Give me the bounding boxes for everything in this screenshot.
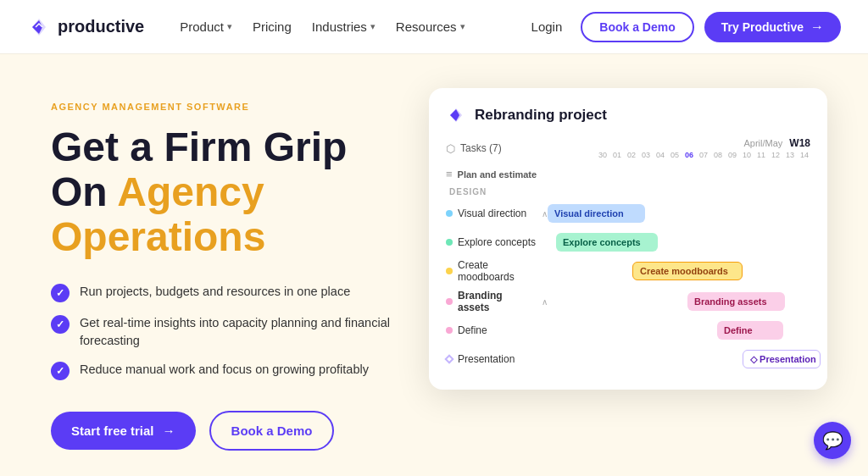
hero-title-line3: Operations: [51, 215, 407, 260]
feature-item-2: ✓ Get real-time insights into capacity p…: [51, 314, 407, 349]
check-icon-3: ✓: [51, 362, 70, 380]
nav-right: Login Book a Demo Try Productive →: [523, 12, 841, 42]
timeline-branding-assets: Branding assets: [548, 290, 810, 313]
timeline-presentation: ◇ Presentation: [548, 347, 810, 371]
gantt-card: Rebranding project ⬡ Tasks (7) April/May…: [429, 88, 827, 390]
chevron-branding: ∧: [542, 297, 548, 307]
login-link[interactable]: Login: [523, 14, 571, 39]
gantt-header: Rebranding project: [446, 105, 810, 125]
hero-title-line1: Get a Firm Grip: [51, 125, 407, 170]
plan-label: ≡ Plan and estimate: [446, 168, 810, 180]
hero-section: AGENCY MANAGEMENT SOFTWARE Get a Firm Gr…: [0, 54, 868, 476]
dot-define: [446, 327, 453, 334]
chevron-down-icon-2: ▾: [370, 21, 376, 32]
gantt-logo-icon: [446, 105, 466, 125]
start-free-trial-button[interactable]: Start free trial →: [51, 412, 196, 450]
try-productive-button[interactable]: Try Productive →: [704, 12, 841, 42]
gantt-title: Rebranding project: [475, 107, 607, 124]
gantt-row-branding-header: Branding assets ∧ Branding assets: [446, 290, 810, 313]
hero-buttons: Start free trial → Book a Demo: [51, 411, 407, 451]
logo-icon: [27, 15, 51, 39]
gantt-row-moodboards: Create moodboards Create moodboards: [446, 259, 810, 283]
row-label-visual: Visual direction ∧: [446, 208, 548, 219]
logo[interactable]: productive: [27, 15, 144, 39]
check-icon-2: ✓: [51, 315, 70, 334]
timeline-moodboards: Create moodboards: [548, 259, 810, 283]
timeline-visual: Visual direction: [548, 202, 810, 225]
gantt-row-visual: Visual direction ∧ Visual direction: [446, 202, 810, 225]
nav-links: Product ▾ Pricing Industries ▾ Resources…: [171, 14, 473, 39]
row-label-branding: Branding assets ∧: [446, 290, 548, 313]
gantt-row-presentation: Presentation ◇ Presentation: [446, 347, 810, 371]
gantt-row-define: Define Define: [446, 318, 810, 342]
plan-section: ≡ Plan and estimate DESIGN Visual direct…: [446, 168, 810, 283]
gantt-row-explore: Explore concepts Explore concepts: [446, 230, 810, 254]
check-icon-1: ✓: [51, 284, 70, 302]
layers-icon: ≡: [446, 168, 453, 180]
nav-resources[interactable]: Resources ▾: [387, 14, 474, 39]
logo-text: productive: [58, 17, 144, 36]
tasks-label: ⬡ Tasks (7): [446, 142, 502, 155]
navbar: productive Product ▾ Pricing Industries …: [0, 0, 868, 54]
dot-branding: [446, 298, 453, 305]
branding-section: Branding assets ∧ Branding assets Define…: [446, 290, 810, 371]
row-label-moodboards: Create moodboards: [446, 259, 548, 283]
nav-pricing[interactable]: Pricing: [244, 14, 300, 39]
design-label: DESIGN: [449, 187, 810, 196]
dot-moodboards: [446, 268, 453, 274]
chevron-visual: ∧: [542, 209, 548, 219]
row-label-presentation: Presentation: [446, 353, 548, 365]
row-label-explore: Explore concepts: [446, 236, 548, 248]
date-row: 300102030405060708091011121314: [597, 151, 810, 159]
gantt-subrow: ⬡ Tasks (7) April/May W18 30010203040506…: [446, 137, 810, 159]
timeline-define: Define: [548, 318, 810, 342]
chevron-down-icon-3: ▾: [460, 21, 465, 32]
bar-presentation: ◇ Presentation: [743, 350, 821, 368]
agency-label: AGENCY MANAGEMENT SOFTWARE: [51, 102, 407, 112]
tasks-icon: ⬡: [446, 142, 455, 155]
arrow-icon: →: [810, 19, 824, 35]
chat-icon: 💬: [822, 430, 843, 451]
bar-visual: Visual direction: [548, 204, 645, 223]
book-demo-hero-button[interactable]: Book a Demo: [209, 411, 335, 451]
nav-industries[interactable]: Industries ▾: [303, 14, 384, 39]
chat-bubble[interactable]: 💬: [814, 422, 851, 459]
feature-item-3: ✓ Reduce manual work and focus on growin…: [51, 361, 407, 380]
bar-explore: Explore concepts: [556, 233, 658, 252]
arrow-icon-start: →: [163, 423, 175, 438]
dot-explore: [446, 239, 453, 246]
hero-left: AGENCY MANAGEMENT SOFTWARE Get a Firm Gr…: [51, 95, 407, 451]
row-label-define: Define: [446, 324, 548, 336]
hero-title-line2: On Agency: [51, 170, 407, 215]
diamond-presentation: [444, 354, 453, 363]
nav-left: productive Product ▾ Pricing Industries …: [27, 14, 474, 39]
bar-moodboards: Create moodboards: [632, 262, 743, 280]
nav-product[interactable]: Product ▾: [171, 14, 241, 39]
hero-title: Get a Firm Grip On Agency Operations: [51, 125, 407, 259]
bar-branding-assets: Branding assets: [687, 292, 785, 311]
chevron-down-icon: ▾: [227, 21, 232, 32]
book-demo-button[interactable]: Book a Demo: [581, 12, 693, 42]
bar-define: Define: [717, 321, 783, 340]
hero-features: ✓ Run projects, budgets and resources in…: [51, 283, 407, 380]
timeline-explore: Explore concepts: [548, 230, 810, 254]
feature-item-1: ✓ Run projects, budgets and resources in…: [51, 283, 407, 302]
gantt-dates: April/May W18 30010203040506070809101112…: [597, 137, 810, 159]
dot-visual: [446, 210, 453, 217]
